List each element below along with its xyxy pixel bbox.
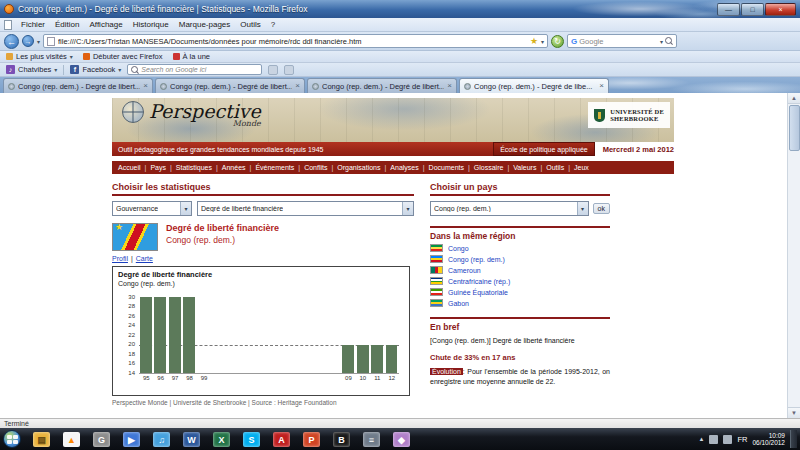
- taskbar-icon-adobe-reader[interactable]: A: [273, 432, 290, 447]
- region-country-link[interactable]: Cameroun: [430, 266, 610, 274]
- facebook-menu[interactable]: f Facebook ▾: [70, 65, 121, 74]
- university-logo[interactable]: UNIVERSITÉ DE SHERBROOKE: [588, 102, 670, 128]
- chatvibes-menu[interactable]: ♪ Chatvibes ▾: [6, 65, 57, 74]
- chart-bar: [169, 297, 181, 373]
- taskbar-icon-media-player[interactable]: ▶: [123, 432, 140, 447]
- urlbar-dropdown-icon[interactable]: ▾: [541, 38, 544, 45]
- search-icon[interactable]: [665, 37, 673, 45]
- ok-button[interactable]: ok: [593, 203, 610, 214]
- school-button[interactable]: École de politique appliquée: [493, 142, 595, 156]
- scroll-down-icon[interactable]: ▼: [788, 407, 800, 418]
- bookmark-star-icon[interactable]: ★: [530, 37, 538, 46]
- region-country-link[interactable]: Congo: [430, 244, 610, 252]
- vertical-scrollbar[interactable]: ▲ ▼: [787, 93, 800, 418]
- profil-link[interactable]: Profil: [112, 255, 128, 262]
- taskbar-icon-notepad[interactable]: ≡: [363, 432, 380, 447]
- menu-item[interactable]: Outils: [235, 19, 265, 30]
- close-icon[interactable]: ×: [599, 82, 604, 90]
- menu-item[interactable]: Historique: [128, 19, 174, 30]
- nav-link[interactable]: Documents: [429, 164, 464, 171]
- start-button[interactable]: [3, 430, 21, 448]
- taskbar-clock[interactable]: 10:09 06/10/2012: [752, 432, 785, 447]
- nav-link[interactable]: Jeux: [574, 164, 589, 171]
- user-icon[interactable]: [268, 65, 278, 75]
- taskbar-icon-b-app[interactable]: B: [333, 432, 350, 447]
- maximize-button[interactable]: □: [741, 3, 764, 16]
- nav-link[interactable]: Glossaire: [474, 164, 504, 171]
- region-country-link[interactable]: Congo (rep. dem.): [430, 255, 610, 263]
- close-icon[interactable]: ×: [295, 82, 300, 90]
- taskbar-icon-word[interactable]: W: [183, 432, 200, 447]
- taskbar-icon-skype[interactable]: S: [243, 432, 260, 447]
- search-box: G ▾: [567, 34, 677, 48]
- bookmark-label: Débuter avec Firefox: [93, 52, 163, 61]
- bookmark-item[interactable]: Les plus visités▾: [6, 52, 73, 61]
- category-select[interactable]: Gouvernance ▾: [112, 201, 192, 216]
- web-search-input[interactable]: [579, 37, 658, 46]
- close-icon[interactable]: ×: [143, 82, 148, 90]
- nav-link[interactable]: Événements: [255, 164, 294, 171]
- reload-button[interactable]: ↻: [551, 35, 564, 48]
- show-desktop-button[interactable]: [790, 430, 797, 448]
- language-indicator[interactable]: FR: [737, 435, 747, 444]
- region-country-link[interactable]: Guinée Équatoriale: [430, 288, 610, 296]
- nav-link[interactable]: Conflits: [304, 164, 327, 171]
- bookmark-item[interactable]: À la une: [173, 52, 211, 61]
- close-icon[interactable]: ×: [447, 82, 452, 90]
- taskbar-icon-vlc[interactable]: ▲: [63, 432, 80, 447]
- nav-link[interactable]: Analyses: [390, 164, 418, 171]
- tab[interactable]: Congo (rep. dem.) - Degré de libe...×: [459, 78, 609, 93]
- country-select[interactable]: Congo (rep. dem.) ▾: [430, 201, 589, 216]
- search-engine-dropdown-icon[interactable]: ▾: [660, 38, 663, 45]
- nav-link[interactable]: Organisations: [337, 164, 380, 171]
- webpage: Perspective Monde UNIVERSITÉ DE SHERBROO…: [112, 98, 674, 406]
- nav-link[interactable]: Accueil: [118, 164, 141, 171]
- nav-link[interactable]: Valeurs: [513, 164, 536, 171]
- statistic-select[interactable]: Degré de liberté financière ▾: [197, 201, 414, 216]
- taskbar-icon-explorer[interactable]: ▤: [33, 432, 50, 447]
- drc-flag-star: ★: [115, 222, 123, 232]
- window-titlebar: Congo (rep. dem.) - Degré de liberté fin…: [0, 0, 800, 18]
- addon-search-input[interactable]: [141, 66, 258, 73]
- url-input[interactable]: [58, 37, 527, 46]
- tab[interactable]: Congo (rep. dem.) - Degré de libert...×: [307, 78, 457, 93]
- taskbar-icon-excel[interactable]: X: [213, 432, 230, 447]
- carte-link[interactable]: Carte: [136, 255, 153, 262]
- back-button[interactable]: ←: [4, 34, 19, 49]
- menu-item[interactable]: ?: [266, 19, 280, 30]
- bookmark-item[interactable]: Débuter avec Firefox: [83, 52, 163, 61]
- taskbar-icon-paint[interactable]: ◆: [393, 432, 410, 447]
- taskbar-icon-itunes[interactable]: ♫: [153, 432, 170, 447]
- scrollbar-thumb[interactable]: [789, 105, 800, 151]
- tray-expand-icon[interactable]: ▲: [699, 436, 705, 442]
- region-country-link[interactable]: Gabon: [430, 299, 610, 307]
- region-country-link[interactable]: Centrafricaine (rép.): [430, 277, 610, 285]
- site-logo[interactable]: Perspective Monde: [122, 101, 261, 128]
- chevron-down-icon: ▾: [180, 202, 191, 215]
- taskbar-icon-powerpoint[interactable]: P: [303, 432, 320, 447]
- menu-item[interactable]: Fichier: [16, 19, 50, 30]
- menu-item[interactable]: Marque-pages: [174, 19, 236, 30]
- separator: |: [507, 164, 509, 171]
- menu-item[interactable]: Affichage: [84, 19, 127, 30]
- volume-icon[interactable]: [723, 435, 732, 444]
- nav-link[interactable]: Pays: [150, 164, 166, 171]
- history-dropdown-icon[interactable]: ▾: [37, 38, 40, 45]
- nav-link[interactable]: Années: [222, 164, 246, 171]
- status-text: Terminé: [4, 420, 29, 427]
- taskbar-icon-gimp[interactable]: G: [93, 432, 110, 447]
- menu-item[interactable]: Édition: [50, 19, 84, 30]
- scroll-up-icon[interactable]: ▲: [788, 93, 800, 104]
- gear-icon[interactable]: [284, 65, 294, 75]
- nav-link[interactable]: Statistiques: [176, 164, 212, 171]
- nav-link[interactable]: Outils: [546, 164, 564, 171]
- network-icon[interactable]: [709, 435, 718, 444]
- drc-flag: ★: [112, 223, 158, 251]
- close-button[interactable]: ×: [765, 3, 796, 16]
- tab[interactable]: Congo (rep. dem.) - Degré de libert...×: [155, 78, 305, 93]
- tab[interactable]: Congo (rep. dem.) - Degré de libert...×: [3, 78, 153, 93]
- chart-bar: [342, 345, 354, 374]
- forward-button[interactable]: →: [22, 35, 34, 47]
- region-section: Dans la même région CongoCongo (rep. dem…: [430, 226, 610, 307]
- minimize-button[interactable]: —: [717, 3, 740, 16]
